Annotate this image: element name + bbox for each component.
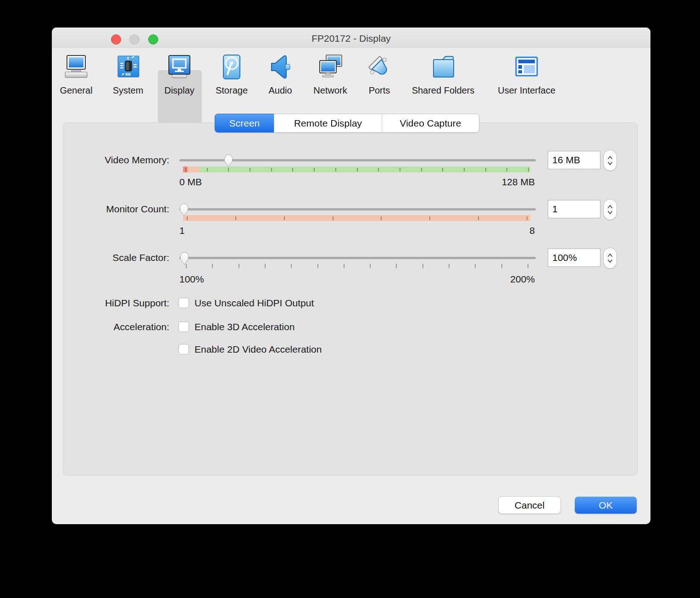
monitor-count-slider-track[interactable] <box>179 208 536 210</box>
slider-tick <box>400 168 400 172</box>
slider-tick <box>528 168 529 172</box>
stepper-arrows-icon <box>607 155 613 166</box>
scale-factor-min-label: 100% <box>179 273 204 285</box>
general-monitor-icon <box>62 53 90 83</box>
slider-tick <box>381 216 382 220</box>
video-memory-slider-thumb[interactable] <box>222 153 234 167</box>
monitor-count-stepper[interactable] <box>604 199 617 220</box>
slider-tick <box>378 168 379 172</box>
slider-tick <box>442 168 443 172</box>
slider-tick <box>449 264 450 268</box>
monitor-count-range-bar <box>183 215 530 221</box>
slider-tick <box>292 168 293 172</box>
video-memory-min-label: 0 MB <box>179 176 202 188</box>
range-warning-orange <box>188 166 200 172</box>
monitor-count-label: Monitor Count: <box>63 203 169 215</box>
slider-tick <box>187 216 188 220</box>
slider-tick <box>271 168 272 172</box>
user-interface-icon <box>512 53 541 83</box>
hidpi-support-label: HiDPI Support: <box>63 297 169 309</box>
slider-tick <box>317 264 318 268</box>
scale-factor-slider-thumb[interactable] <box>178 250 190 265</box>
cancel-button[interactable]: Cancel <box>499 497 561 514</box>
settings-window: FP20172 - Display General <box>52 28 650 524</box>
slider-tick <box>478 216 479 220</box>
toolbar-item-label: Shared Folders <box>409 85 478 96</box>
scale-factor-stepper[interactable] <box>604 248 617 268</box>
video-memory-stepper[interactable] <box>604 150 617 171</box>
toolbar-item-user-interface[interactable]: User Interface <box>492 50 561 96</box>
scale-factor-field[interactable] <box>548 249 600 267</box>
tab-screen[interactable]: Screen <box>215 114 274 133</box>
scale-factor-label: Scale Factor: <box>63 252 169 264</box>
scale-factor-slider-track[interactable] <box>179 257 536 259</box>
slider-tick <box>185 168 186 172</box>
slider-tick <box>333 216 333 220</box>
slider-tick <box>422 264 423 268</box>
video-memory-label: Video Memory: <box>63 154 169 166</box>
slider-tick <box>475 264 476 268</box>
video-memory-range-bar <box>183 166 530 172</box>
scale-factor-ticks <box>183 264 530 268</box>
slider-tick <box>228 168 229 172</box>
monitor-count-field[interactable] <box>548 200 600 218</box>
toolbar-item-ports[interactable]: Ports <box>345 50 414 96</box>
toolbar-item-shared-folders[interactable]: Shared Folders <box>409 50 478 96</box>
acceleration-label: Acceleration: <box>63 321 169 333</box>
slider-tick <box>344 264 344 268</box>
slider-tick <box>207 168 208 172</box>
slider-tick <box>528 264 528 268</box>
stepper-arrows-icon <box>607 252 613 264</box>
slider-tick <box>370 264 371 268</box>
video-memory-field[interactable] <box>548 151 600 169</box>
storage-disk-icon <box>217 53 246 83</box>
toolbar-item-label: User Interface <box>492 85 561 96</box>
ok-button[interactable]: OK <box>575 497 637 514</box>
network-monitors-icon <box>316 53 344 83</box>
slider-tick <box>239 264 239 268</box>
slider-tick <box>235 216 236 220</box>
slider-tick <box>212 264 213 268</box>
window-title: FP20172 - Display <box>52 28 650 48</box>
slider-tick <box>335 168 336 172</box>
slider-tick <box>464 168 465 172</box>
screen-settings-panel: Video Memory: 0 MB 128 MB Monitor Count: <box>63 122 638 476</box>
monitor-count-min-label: 1 <box>179 225 185 237</box>
tab-remote-display[interactable]: Remote Display <box>274 114 382 133</box>
titlebar: FP20172 - Display <box>52 28 650 48</box>
slider-tick <box>265 264 266 268</box>
scale-factor-max-label: 200% <box>510 273 535 285</box>
hidpi-checkbox-label[interactable]: Use Unscaled HiDPI Output <box>194 297 314 309</box>
tab-bar: Screen Remote Display Video Capture <box>215 114 479 133</box>
ports-connector-icon <box>365 53 394 83</box>
audio-speaker-icon <box>266 53 294 83</box>
display-monitor-icon <box>165 53 194 83</box>
enable-2d-acceleration-label[interactable]: Enable 2D Video Acceleration <box>194 343 322 355</box>
slider-tick <box>485 168 486 172</box>
shared-folder-icon <box>429 53 457 83</box>
slider-tick <box>396 264 397 268</box>
slider-tick <box>506 168 507 172</box>
hidpi-checkbox[interactable] <box>178 298 189 308</box>
toolbar-item-label: Ports <box>345 85 414 96</box>
slider-tick <box>250 168 250 172</box>
slider-tick <box>357 168 358 172</box>
slider-tick <box>527 216 528 220</box>
slider-tick <box>291 264 292 268</box>
slider-tick <box>421 168 422 172</box>
enable-2d-acceleration-checkbox[interactable] <box>178 344 189 354</box>
slider-tick <box>429 216 430 220</box>
slider-tick <box>284 216 285 220</box>
tab-video-capture[interactable]: Video Capture <box>382 114 479 133</box>
stepper-arrows-icon <box>607 204 613 216</box>
monitor-count-slider-thumb[interactable] <box>178 202 190 216</box>
slider-tick <box>501 264 502 268</box>
enable-3d-acceleration-label[interactable]: Enable 3D Acceleration <box>194 321 294 333</box>
enable-3d-acceleration-checkbox[interactable] <box>178 321 189 332</box>
video-memory-max-label: 128 MB <box>502 176 535 188</box>
monitor-count-max-label: 8 <box>529 225 535 237</box>
slider-tick <box>314 168 315 172</box>
system-chip-icon <box>114 53 142 83</box>
